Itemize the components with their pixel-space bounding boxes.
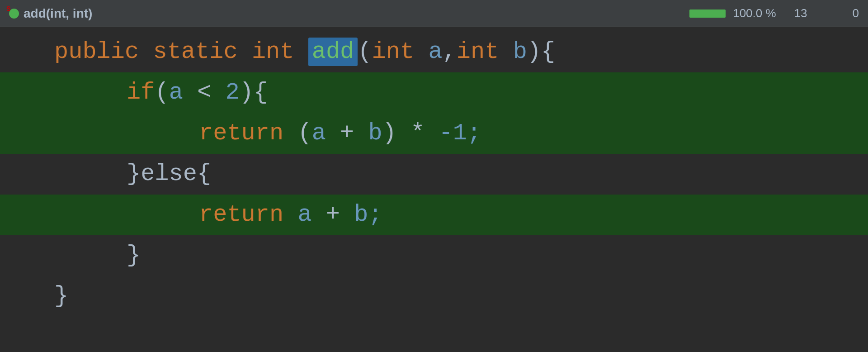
code-line-1: public static int add(int a,int b){ — [0, 32, 868, 72]
method-label: add(int, int) — [24, 6, 92, 21]
code-line-3: return (a + b) * -1; — [0, 113, 868, 154]
keyword-int-return: int — [252, 38, 308, 65]
return2-plus: + — [312, 201, 354, 228]
paren-open: ( — [358, 38, 372, 65]
method-icon: S — [9, 9, 19, 19]
coverage-percent: 100.0 % — [733, 6, 776, 20]
if-lt: < — [183, 79, 226, 106]
code-line-7: } — [0, 276, 868, 317]
else-block: }else{ — [127, 161, 211, 187]
keyword-int-b: int — [457, 38, 513, 65]
coverage-section: 100.0 % 13 0 — [689, 6, 859, 20]
if-var-a: a — [169, 79, 183, 106]
code-area: public static int add(int a,int b){ if(a… — [0, 27, 868, 352]
return1-plus: + — [326, 120, 368, 147]
return1-paren-open: ( — [297, 120, 311, 147]
param-a: a — [428, 38, 442, 65]
header-bar: S add(int, int) 100.0 % 13 0 — [0, 0, 868, 27]
return1-close-mul: ) * — [382, 120, 439, 147]
circle-icon — [11, 10, 17, 17]
keyword-return-1: return — [199, 120, 297, 147]
param-b: b — [513, 38, 527, 65]
code-line-5: return a + b; — [0, 195, 868, 235]
return1-a: a — [312, 120, 326, 147]
coverage-zero: 0 — [853, 6, 859, 20]
static-indicator: S — [6, 5, 10, 12]
keyword-static: static — [153, 38, 251, 65]
if-val-2: 2 — [225, 79, 239, 106]
if-paren-open: ( — [155, 79, 169, 106]
return1-b: b — [368, 120, 382, 147]
code-line-4: }else{ — [0, 154, 868, 195]
svg-point-0 — [11, 11, 17, 16]
code-line-2: if(a < 2){ — [0, 72, 868, 113]
coverage-bar — [689, 10, 726, 18]
keyword-if: if — [127, 79, 155, 106]
return1-neg1: -1; — [439, 120, 481, 147]
return2-b: b; — [354, 201, 382, 228]
brace-close-method: } — [54, 283, 68, 309]
keyword-int-a: int — [372, 38, 429, 65]
coverage-count: 13 — [794, 6, 807, 20]
if-brace-open: ){ — [240, 79, 268, 106]
method-name-add: add — [308, 38, 358, 66]
return2-a: a — [297, 201, 311, 228]
brace-close-else: } — [127, 242, 141, 269]
code-line-6: } — [0, 235, 868, 276]
brace-open-method: ){ — [527, 38, 555, 65]
keyword-return-2: return — [199, 201, 297, 228]
keyword-public: public — [54, 38, 153, 65]
coverage-bar-container: 100.0 % — [689, 6, 776, 20]
comma: , — [443, 38, 457, 65]
